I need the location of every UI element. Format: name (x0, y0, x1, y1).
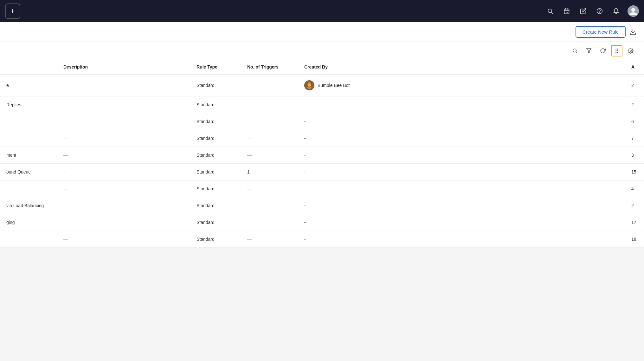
cell-description: - (57, 164, 190, 180)
cell-created-by: - (298, 180, 625, 197)
cell-description: — (57, 130, 190, 147)
cell-description: — (57, 96, 190, 113)
bell-icon[interactable] (611, 6, 621, 16)
cell-created-by: - (298, 147, 625, 164)
cell-name (0, 180, 57, 197)
svg-point-27 (308, 84, 311, 86)
cell-triggers: — (241, 180, 298, 197)
table-row[interactable]: —Standard—-6 (0, 113, 644, 130)
col-header-rule-type: Rule Type (190, 60, 241, 74)
cell-created-by: - (298, 197, 625, 214)
svg-point-19 (617, 50, 618, 51)
cell-name: ging (0, 214, 57, 231)
svg-point-15 (616, 49, 616, 49)
table-header-row: Description Rule Type No. of Triggers Cr… (0, 60, 644, 74)
cell-name: Replies (0, 96, 57, 113)
cell-created-by: - (298, 214, 625, 231)
svg-line-1 (551, 12, 553, 14)
cell-description: — (57, 147, 190, 164)
cell-triggers: — (241, 96, 298, 113)
cell-description: — (57, 197, 190, 214)
cell-triggers: — (241, 214, 298, 231)
topbar: + 16 (0, 0, 644, 22)
toolbar-search-icon[interactable] (569, 45, 581, 56)
cell-rule-type: Standard (190, 147, 241, 164)
cell-rule-type: Standard (190, 180, 241, 197)
cell-triggers: — (241, 130, 298, 147)
table-row[interactable]: —Standard—-18 (0, 231, 644, 248)
add-button[interactable]: + (5, 3, 20, 19)
col-header-name (0, 60, 57, 74)
cell-triggers: — (241, 197, 298, 214)
cell-created-by: - (298, 130, 625, 147)
cell-action: 17 (625, 214, 644, 231)
cell-rule-type: Standard (190, 130, 241, 147)
table-row[interactable]: ment—Standard—-3 (0, 147, 644, 164)
svg-point-16 (616, 50, 616, 51)
action-bar: Create New Rule (0, 22, 644, 42)
download-button[interactable] (629, 29, 636, 36)
table-row[interactable]: —Standard—-7 (0, 130, 644, 147)
edit-icon[interactable] (578, 6, 588, 16)
cell-triggers: 1 (241, 164, 298, 180)
cell-rule-type: Standard (190, 74, 241, 96)
svg-text:16: 16 (566, 11, 568, 13)
cell-triggers: — (241, 74, 298, 96)
cell-action: 2 (625, 96, 644, 113)
table-row[interactable]: ound Queue-Standard1-15 (0, 164, 644, 180)
cell-action: 15 (625, 164, 644, 180)
toolbar-row (0, 42, 644, 60)
cell-name (0, 231, 57, 248)
plus-icon: + (11, 7, 15, 15)
cell-name: ment (0, 147, 57, 164)
toolbar-refresh-icon[interactable] (597, 45, 609, 56)
cell-rule-type: Standard (190, 214, 241, 231)
cell-action: 3 (625, 147, 644, 164)
cell-created-by: - (298, 113, 625, 130)
svg-point-18 (617, 49, 618, 49)
cell-description: — (57, 231, 190, 248)
toolbar-filter-icon[interactable] (583, 45, 595, 56)
svg-point-21 (630, 50, 632, 52)
table-row[interactable]: e—Standard— Bumble Bee Bot2 (0, 74, 644, 96)
create-new-rule-button[interactable]: Create New Rule (576, 26, 626, 38)
cell-created-by: - (298, 231, 625, 248)
search-icon[interactable] (545, 6, 555, 16)
cell-rule-type: Standard (190, 96, 241, 113)
cell-action: 18 (625, 231, 644, 248)
cell-triggers: — (241, 113, 298, 130)
table-row[interactable]: via Load Balancing—Standard—-2 (0, 197, 644, 214)
creator-avatar (304, 80, 314, 90)
rules-table: Description Rule Type No. of Triggers Cr… (0, 60, 644, 248)
cell-action: 2 (625, 74, 644, 96)
cell-action: 2 (625, 197, 644, 214)
svg-point-10 (631, 8, 635, 12)
col-header-description: Description (57, 60, 190, 74)
calendar-icon[interactable]: 16 (562, 6, 572, 16)
cell-description: — (57, 180, 190, 197)
col-header-created-by: Created By (298, 60, 625, 74)
cell-rule-type: Standard (190, 113, 241, 130)
cell-rule-type: Standard (190, 164, 241, 180)
table-row[interactable]: Replies—Standard—-2 (0, 96, 644, 113)
avatar[interactable] (628, 5, 639, 17)
topbar-left: + (5, 3, 20, 19)
topbar-right: 16 (545, 5, 639, 17)
cell-created-by: Bumble Bee Bot (298, 74, 625, 96)
toolbar-settings-icon[interactable] (625, 45, 636, 56)
cell-created-by: - (298, 164, 625, 180)
cell-action: 7 (625, 130, 644, 147)
table-row[interactable]: —Standard—-4 (0, 180, 644, 197)
cell-name: via Load Balancing (0, 197, 57, 214)
cell-name (0, 130, 57, 147)
cell-name (0, 113, 57, 130)
help-icon[interactable] (595, 6, 605, 16)
cell-name: e (0, 74, 57, 96)
cell-rule-type: Standard (190, 231, 241, 248)
creator-name: Bumble Bee Bot (318, 83, 350, 88)
table-row[interactable]: ging—Standard—-17 (0, 214, 644, 231)
toolbar-columns-icon[interactable] (611, 45, 622, 56)
cell-triggers: — (241, 147, 298, 164)
cell-description: — (57, 113, 190, 130)
cell-description: — (57, 74, 190, 96)
